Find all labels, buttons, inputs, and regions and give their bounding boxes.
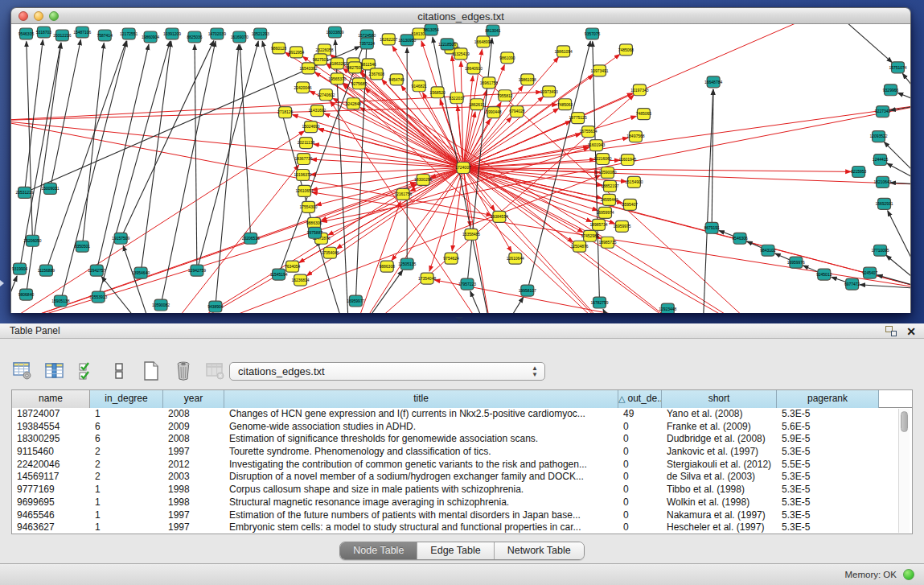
graph-node[interactable]: 7587414 xyxy=(97,30,113,41)
graph-node[interactable]: 12172551 xyxy=(120,28,138,39)
table-cell[interactable]: 5.9E-5 xyxy=(777,433,879,446)
graph-node[interactable]: 10391209 xyxy=(163,28,181,39)
table-cell[interactable]: Investigating the contribution of common… xyxy=(224,459,618,472)
graph-node[interactable]: 8186328 xyxy=(330,58,346,69)
table-cell[interactable]: 1997 xyxy=(163,521,224,534)
graph-edge[interactable] xyxy=(702,89,713,313)
row-layout-icon[interactable] xyxy=(108,360,129,382)
graph-edge[interactable] xyxy=(50,39,80,188)
graph-node[interactable]: 16033809 xyxy=(326,27,343,38)
table-cell[interactable]: 14569117 xyxy=(12,471,90,484)
table-cell[interactable]: 2008 xyxy=(163,408,224,421)
table-cell[interactable]: Hescheler et al. (1997) xyxy=(662,521,777,534)
graph-node[interactable]: 9861090 xyxy=(499,52,515,64)
graph-node[interactable]: 8679191 xyxy=(704,222,720,233)
graph-node[interactable]: 18985735 xyxy=(598,237,616,248)
table-cell[interactable]: 0 xyxy=(618,496,662,509)
graph-node[interactable]: 8813054 xyxy=(423,24,439,35)
graph-node[interactable]: 18367736 xyxy=(294,154,312,165)
graph-node[interactable]: 8454749 xyxy=(389,74,405,85)
graph-edge[interactable] xyxy=(902,73,910,104)
table-row[interactable]: 977716911998Corpus callosum shape and si… xyxy=(12,484,912,496)
table-cell[interactable]: 2008 xyxy=(163,433,224,446)
table-cell[interactable]: 2012 xyxy=(163,459,224,472)
table-cell[interactable]: 0 xyxy=(618,484,662,496)
table-cell[interactable]: 1 xyxy=(90,484,163,496)
graph-node[interactable]: 11156889 xyxy=(38,265,55,276)
graph-node[interactable]: 12610644 xyxy=(507,253,524,264)
graph-node[interactable]: 12504876 xyxy=(571,241,589,252)
memory-status-indicator[interactable] xyxy=(903,569,914,580)
graph-node[interactable]: 9146821 xyxy=(411,80,427,92)
network-graph-canvas[interactable]: 1724007224080181956537012740602114316921… xyxy=(11,24,910,313)
table-cell[interactable]: 5.3E-5 xyxy=(777,496,879,509)
graph-node[interactable]: 12505135 xyxy=(398,258,416,270)
column-header-out_de[interactable]: △out_de... xyxy=(618,390,662,408)
graph-node[interactable]: 16169070 xyxy=(231,31,248,43)
graph-edge[interactable] xyxy=(831,24,893,63)
table-row[interactable]: 1872400712008Changes of HCN gene express… xyxy=(12,408,912,421)
table-cell[interactable]: 5.3E-5 xyxy=(777,484,879,496)
graph-edge[interactable] xyxy=(463,24,831,168)
graph-node[interactable]: 12923448 xyxy=(659,303,676,313)
table-cell[interactable]: 1 xyxy=(90,521,163,534)
table-selector-dropdown[interactable]: citations_edges.txt ▲▼ xyxy=(229,362,545,381)
graph-edge[interactable] xyxy=(463,105,910,168)
graph-node[interactable]: 16755634 xyxy=(580,126,598,138)
graph-node[interactable]: 14595443 xyxy=(600,194,618,205)
table-row[interactable]: 1830029562008Estimation of significance … xyxy=(12,433,912,446)
column-header-in_degree[interactable]: in_degree xyxy=(90,390,163,408)
table-cell[interactable]: Disruption of a novel member of a sodium… xyxy=(224,471,618,484)
float-panel-icon[interactable] xyxy=(885,326,897,336)
table-cell[interactable]: 1 xyxy=(90,509,163,522)
graph-node[interactable]: 12216060 xyxy=(593,154,611,165)
network-window[interactable]: citations_edges.txt 17240072240801819565… xyxy=(10,7,911,313)
graph-node[interactable]: 9275685 xyxy=(351,78,368,89)
table-row[interactable]: 911546021997Tourette syndrome. Phenomeno… xyxy=(12,446,912,459)
graph-node[interactable]: 12553913 xyxy=(89,291,107,303)
table-cell[interactable]: 9777169 xyxy=(12,484,90,496)
scrollbar-thumb[interactable] xyxy=(901,411,908,432)
select-columns-icon[interactable] xyxy=(43,360,65,382)
graph-node[interactable]: 11325419 xyxy=(452,48,470,60)
column-header-title[interactable]: title xyxy=(224,390,618,408)
column-header-short[interactable]: short xyxy=(662,390,777,408)
table-row[interactable]: 946554611997Estimation of the future num… xyxy=(12,509,912,522)
table-cell[interactable]: 2 xyxy=(90,459,163,472)
table-row[interactable]: 969969511998Structural magnetic resonanc… xyxy=(12,496,912,509)
graph-node[interactable]: 9438904 xyxy=(207,301,224,312)
table-cell[interactable]: Yano et al. (2008) xyxy=(662,408,777,421)
graph-node[interactable]: 19775125 xyxy=(569,113,587,124)
graph-node[interactable]: 10521293 xyxy=(252,28,269,39)
table-cell[interactable]: 5.6E-5 xyxy=(777,421,879,434)
graph-node[interactable]: 7955812 xyxy=(497,90,513,101)
graph-node[interactable]: 15024690 xyxy=(302,122,319,133)
table-cell[interactable]: 0 xyxy=(618,459,662,472)
graph-node[interactable]: 9245012 xyxy=(816,269,832,280)
table-options-icon[interactable] xyxy=(11,360,33,382)
graph-node[interactable]: 15154900 xyxy=(625,176,643,187)
graph-node[interactable]: 16959975 xyxy=(613,220,630,232)
graph-node[interactable]: 12218506 xyxy=(438,39,456,50)
table-cell[interactable]: 1998 xyxy=(163,484,224,496)
graph-node[interactable]: 19861094 xyxy=(555,46,573,57)
graph-node[interactable]: 8813041 xyxy=(485,25,501,36)
graph-node[interactable]: 1990448 xyxy=(486,107,502,118)
graph-node[interactable]: 9860128 xyxy=(271,43,287,54)
table-cell[interactable]: 1997 xyxy=(163,509,224,522)
graph-edge[interactable] xyxy=(11,276,17,313)
table-cell[interactable]: 5.3E-5 xyxy=(777,408,879,421)
graph-node[interactable]: 18640910 xyxy=(465,63,483,74)
graph-node[interactable]: 18300295 xyxy=(414,174,432,185)
graph-node[interactable]: 19565370 xyxy=(328,73,346,84)
graph-node[interactable]: 16262207 xyxy=(380,34,397,45)
table-cell[interactable]: 18724007 xyxy=(12,408,90,421)
table-row[interactable]: 2242004622012Investigating the contribut… xyxy=(12,459,912,472)
graph-node[interactable]: 16648997 xyxy=(474,36,492,47)
new-column-icon[interactable] xyxy=(140,360,162,382)
graph-node[interactable]: 11545194 xyxy=(270,269,288,280)
graph-node[interactable]: 12610651 xyxy=(295,185,313,196)
table-cell[interactable]: Nakamura et al. (1997) xyxy=(662,509,777,522)
table-cell[interactable]: Jankovic et al. (1997) xyxy=(662,446,777,459)
panel-collapse-arrow-icon[interactable] xyxy=(0,280,4,286)
